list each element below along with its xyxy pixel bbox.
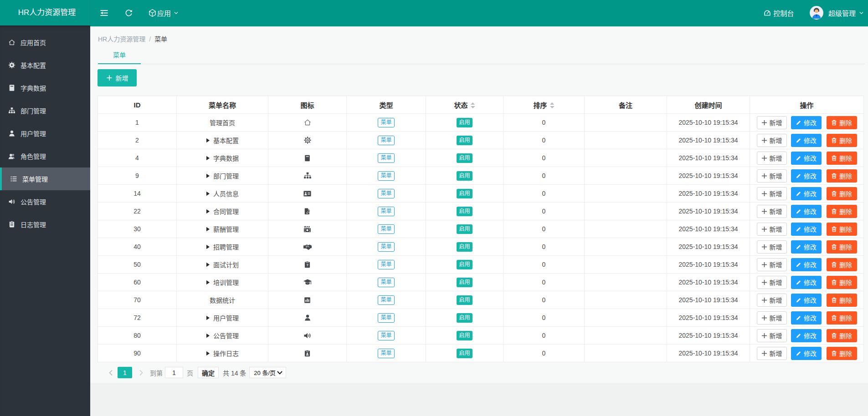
svg-text:?: ? bbox=[306, 263, 308, 267]
